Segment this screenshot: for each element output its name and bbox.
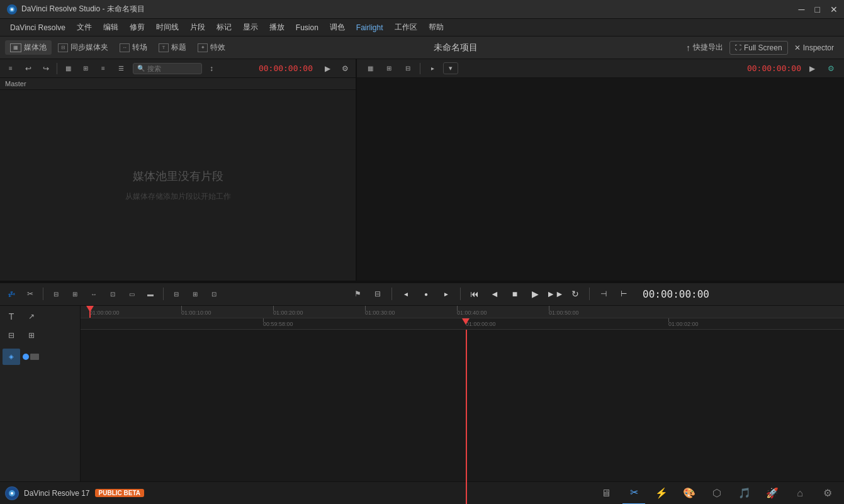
svg-point-5 (11, 492, 13, 495)
viewer-btn-4[interactable]: ▸ (424, 62, 441, 76)
nav-settings-btn[interactable]: ⚙ (816, 482, 839, 505)
nav-home-btn[interactable]: ⌂ (789, 482, 811, 505)
timeline-btn-e[interactable]: ▭ (123, 286, 140, 302)
timeline-razor-btn[interactable]: ✂ (21, 286, 39, 302)
transport-play[interactable]: ▶ (526, 285, 544, 303)
search-input[interactable] (147, 65, 198, 72)
viewer-btn-1[interactable]: ▦ (362, 62, 378, 76)
viewer-dropdown[interactable]: ▾ (443, 62, 458, 74)
menu-fairlight[interactable]: Fairlight (351, 22, 388, 33)
title-button[interactable]: T 标题 (154, 40, 191, 55)
viewer-content (357, 78, 844, 281)
nav-color-btn[interactable]: 🎨 (678, 482, 701, 505)
transport-next-key[interactable]: ► (437, 285, 455, 303)
export-button[interactable]: ↑ 快捷导出 (681, 40, 728, 55)
menu-clip[interactable]: 修剪 (125, 21, 150, 34)
maximize-button[interactable]: □ (815, 4, 820, 14)
timeline-btn-h[interactable]: ⊞ (186, 286, 204, 302)
upper-playhead (89, 306, 91, 318)
nav-cut-btn[interactable]: ⚡ (650, 482, 673, 505)
transition-button[interactable]: ↔ 转场 (115, 40, 152, 55)
transport-stop[interactable]: ■ (506, 285, 524, 303)
menu-fusion[interactable]: Fusion (291, 22, 324, 33)
nav-audio-btn[interactable]: 🎵 (733, 482, 756, 505)
inspector-button[interactable]: ✕ Inspector (789, 42, 839, 54)
nav-fusion-btn[interactable]: ⬡ (706, 482, 728, 505)
menu-playback[interactable]: 播放 (264, 21, 290, 34)
app-icon (6, 4, 18, 15)
viewer-btn-2[interactable]: ⊞ (381, 62, 397, 76)
nav-monitor-btn[interactable]: 🖥 (595, 482, 617, 505)
main-toolbar: ▦ 媒体池 ⊟ 同步媒体夹 ↔ 转场 T 标题 ✦ 特效 未命名项目 ↑ 快捷导… (0, 36, 844, 59)
menu-mark[interactable]: 标记 (211, 21, 237, 34)
timeline-btn-i[interactable]: ⊡ (205, 286, 223, 302)
viewer-btn-3[interactable]: ⊟ (400, 62, 416, 76)
full-screen-button[interactable]: ⛶ Full Screen (729, 41, 788, 55)
settings-btn2[interactable]: ⚙ (337, 62, 353, 76)
timeline-btn-g[interactable]: ⊟ (167, 286, 185, 302)
tool-unlink[interactable]: ⊞ (23, 327, 40, 344)
lower-playhead-head (462, 318, 470, 325)
timeline-btn-c[interactable]: ↔ (85, 286, 103, 302)
menu-file[interactable]: 文件 (72, 21, 97, 34)
timeline-marker-btn[interactable]: ⚑ (349, 286, 366, 302)
viewer-secondary-toolbar: ▦ ⊞ ⊟ ▸ ▾ 00:00:00:00 ▶ ⚙ (357, 59, 844, 78)
menu-clip2[interactable]: 片段 (185, 21, 210, 34)
upper-panels: ≡ ↩ ↪ ▦ ⊞ ≡ ☰ 🔍 ↕ 00:00:00:00 ▶ ⚙ (0, 59, 844, 282)
menu-view[interactable]: 显示 (238, 21, 263, 34)
tool-active[interactable]: ◈ (3, 349, 20, 365)
timeline-snooze-btn[interactable]: 💤 (3, 286, 20, 302)
timeline-keyframe-btn[interactable]: ⊟ (369, 286, 386, 302)
menu-workspace[interactable]: 工作区 (390, 21, 422, 34)
transport-fast-forward[interactable]: ►► (546, 285, 564, 303)
timeline-btn-f[interactable]: ▬ (142, 286, 159, 302)
sync-bin-button[interactable]: ⊟ 同步媒体夹 (53, 40, 113, 55)
effects-button[interactable]: ✦ 特效 (193, 40, 230, 55)
menu-color[interactable]: 调色 (325, 21, 350, 34)
search-container: 🔍 (133, 63, 202, 74)
transport-end[interactable]: ⊣ (595, 285, 612, 303)
timeline-btn-a[interactable]: ⊟ (47, 286, 65, 302)
view-btn-3[interactable]: ≡ (95, 62, 111, 76)
timeline-toolbar: 💤 ✂ ⊟ ⊞ ↔ ⊡ ▭ ▬ ⊟ ⊞ ⊡ ⚑ ⊟ ◄ ● ► ⏮ ◄ (0, 283, 844, 306)
view-btn-4[interactable]: ☰ (113, 62, 129, 76)
playback-opts-btn[interactable]: ▶ (319, 62, 335, 76)
timeline-lower-ruler[interactable]: 00:59:58:00 01:00:00:00 01:00:02:00 (81, 318, 844, 330)
list-view-btn[interactable]: ≡ (3, 62, 19, 76)
nav-edit-btn[interactable]: ✂ (622, 482, 645, 505)
timeline-btn-d[interactable]: ⊡ (104, 286, 121, 302)
media-pool-button[interactable]: ▦ 媒体池 (5, 40, 52, 55)
transport-rewind[interactable]: ◄ (486, 285, 504, 303)
transport-start2[interactable]: ⊢ (615, 285, 633, 303)
tool-link[interactable]: ⊟ (3, 327, 20, 344)
view-btn-1[interactable]: ▦ (60, 62, 76, 76)
track-lanes (81, 330, 844, 505)
close-button[interactable]: ✕ (830, 4, 838, 14)
menu-timeline[interactable]: 时间线 (151, 21, 184, 34)
sort-btn[interactable]: ↕ (203, 62, 220, 76)
view-btn-2[interactable]: ⊞ (77, 62, 94, 76)
transport-loop[interactable]: ↻ (566, 285, 584, 303)
status-bar: DaVinci Resolve 17 PUBLIC BETA 🖥 ✂ ⚡ 🎨 ⬡… (0, 481, 844, 504)
menu-davinci[interactable]: DaVinci Resolve (5, 22, 70, 33)
tool-text[interactable]: T (3, 308, 20, 325)
timeline-btn-b[interactable]: ⊞ (66, 286, 84, 302)
transport-go-start[interactable]: ⏮ (466, 285, 483, 303)
tool-dot-blue (23, 354, 29, 360)
title-bar: DaVinci Resolve Studio - 未命名项目 ─ □ ✕ (0, 0, 844, 19)
tool-arrow[interactable]: ↗ (23, 308, 40, 325)
menu-help[interactable]: 帮助 (424, 21, 449, 34)
svg-point-2 (11, 8, 13, 11)
undo-btn[interactable]: ↩ (20, 62, 37, 76)
menu-edit[interactable]: 编辑 (98, 21, 123, 34)
transport-prev-key[interactable]: ◄ (397, 285, 415, 303)
timeline-upper-ruler[interactable]: 01:00:00:00 01:00:10:00 01:00:20:00 01:0… (81, 306, 844, 318)
viewer-color-btn[interactable]: ⚙ (823, 62, 839, 76)
transport-marker-dot[interactable]: ● (417, 285, 435, 303)
minimize-button[interactable]: ─ (799, 4, 805, 14)
media-pool-empty: 媒体池里没有片段 从媒体存储添加片段以开始工作 (0, 90, 356, 281)
viewer-timecode: 00:00:00:00 (747, 64, 801, 73)
viewer-playback-btn[interactable]: ▶ (804, 62, 820, 76)
nav-deliver-btn[interactable]: 🚀 (761, 482, 784, 505)
redo-btn[interactable]: ↪ (38, 62, 54, 76)
